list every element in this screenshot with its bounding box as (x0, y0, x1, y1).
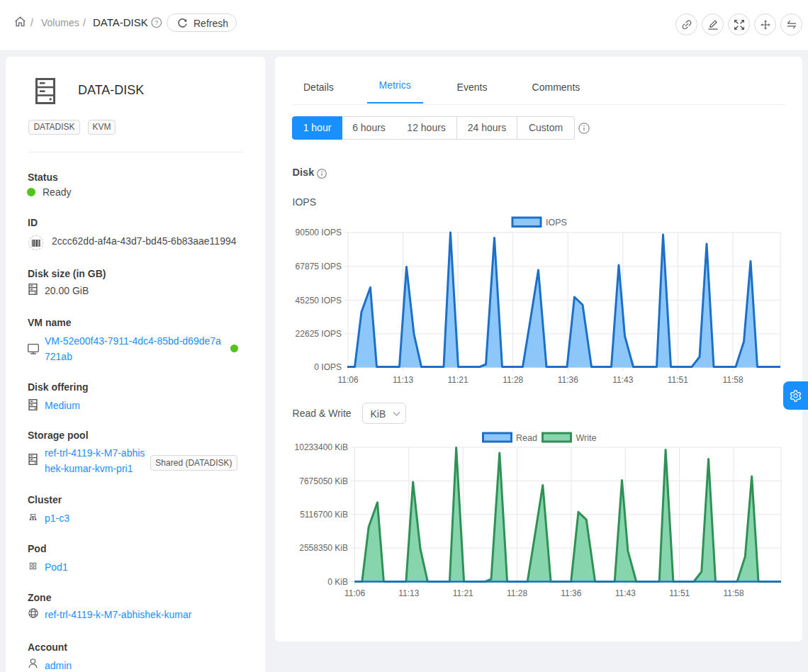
svg-text:10233400 KiB: 10233400 KiB (295, 442, 348, 452)
svg-text:11:58: 11:58 (722, 375, 743, 385)
svg-text:7675050 KiB: 7675050 KiB (299, 476, 348, 486)
svg-text:11:36: 11:36 (558, 375, 578, 385)
svg-text:11:51: 11:51 (668, 375, 688, 385)
svg-text:11:58: 11:58 (723, 588, 744, 598)
svg-text:11:36: 11:36 (561, 588, 581, 598)
svg-text:90500 IOPS: 90500 IOPS (296, 228, 342, 237)
svg-text:11:13: 11:13 (393, 375, 413, 385)
svg-text:2558350 KiB: 2558350 KiB (299, 543, 348, 553)
svg-text:11:28: 11:28 (503, 375, 523, 385)
svg-text:11:06: 11:06 (337, 375, 358, 385)
svg-text:11:51: 11:51 (669, 588, 690, 598)
svg-text:11:43: 11:43 (612, 375, 633, 385)
svg-text:Write: Write (576, 433, 597, 443)
svg-text:67875 IOPS: 67875 IOPS (296, 262, 342, 271)
svg-text:5116700 KiB: 5116700 KiB (300, 510, 348, 520)
svg-text:11:43: 11:43 (615, 588, 636, 598)
svg-text:Read: Read (516, 433, 537, 443)
svg-text:0 IOPS: 0 IOPS (314, 362, 342, 372)
svg-text:IOPS: IOPS (546, 218, 567, 228)
svg-text:22625 IOPS: 22625 IOPS (296, 329, 342, 339)
svg-text:11:21: 11:21 (448, 375, 468, 385)
svg-text:11:13: 11:13 (398, 588, 419, 598)
svg-text:45250 IOPS: 45250 IOPS (296, 296, 342, 306)
svg-text:0 KiB: 0 KiB (327, 577, 348, 587)
svg-text:11:21: 11:21 (453, 588, 473, 598)
svg-text:11:06: 11:06 (344, 588, 365, 598)
svg-text:11:28: 11:28 (507, 588, 527, 598)
svg-text:?: ? (155, 18, 159, 26)
